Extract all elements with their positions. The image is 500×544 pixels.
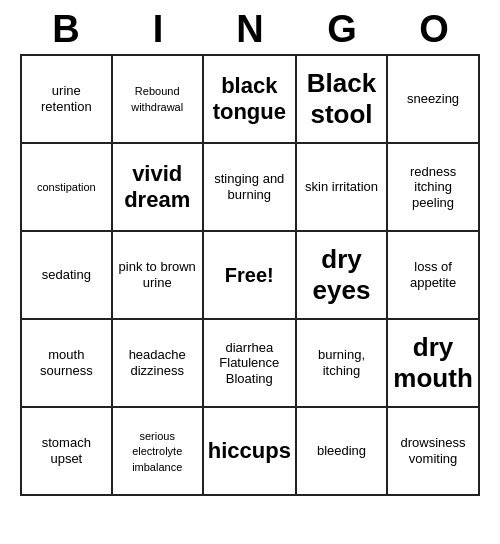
table-row: sedatingpink to brown urineFree!dry eyes… [21, 231, 479, 319]
cell-text: sneezing [407, 91, 459, 106]
bingo-cell: stomach upset [21, 407, 112, 495]
cell-text: pink to brown urine [119, 259, 196, 290]
bingo-cell: sneezing [387, 55, 479, 143]
bingo-cell: diarrhea Flatulence Bloating [203, 319, 296, 407]
cell-text: skin irritation [305, 179, 378, 194]
bingo-cell: constipation [21, 143, 112, 231]
bingo-cell: dry eyes [296, 231, 387, 319]
header-letter: B [26, 8, 106, 51]
cell-text: diarrhea Flatulence Bloating [219, 340, 279, 386]
cell-text: redness itching peeling [410, 164, 456, 210]
bingo-cell: vivid dream [112, 143, 203, 231]
table-row: stomach upsetserious electrolyte imbalan… [21, 407, 479, 495]
cell-text: drowsiness vomiting [401, 435, 466, 466]
cell-text: Rebound withdrawal [131, 85, 183, 113]
cell-text: dry eyes [313, 244, 371, 305]
bingo-table: urine retentionRebound withdrawalblack t… [20, 55, 480, 496]
cell-text: constipation [37, 181, 96, 193]
cell-text: stomach upset [42, 435, 91, 466]
header-letter: O [394, 8, 474, 51]
bingo-cell: sedating [21, 231, 112, 319]
table-row: urine retentionRebound withdrawalblack t… [21, 55, 479, 143]
bingo-cell: pink to brown urine [112, 231, 203, 319]
cell-text: stinging and burning [214, 171, 284, 202]
cell-text: vivid dream [124, 161, 190, 212]
cell-text: mouth sourness [40, 347, 93, 378]
bingo-cell: redness itching peeling [387, 143, 479, 231]
bingo-cell: black tongue [203, 55, 296, 143]
header-letter: I [118, 8, 198, 51]
bingo-cell: burning, itching [296, 319, 387, 407]
cell-text: urine retention [41, 83, 92, 114]
bingo-cell: dry mouth [387, 319, 479, 407]
cell-text: black tongue [213, 73, 286, 124]
bingo-cell: drowsiness vomiting [387, 407, 479, 495]
bingo-cell: urine retention [21, 55, 112, 143]
bingo-cell: mouth sourness [21, 319, 112, 407]
header-letter: N [210, 8, 290, 51]
bingo-cell: skin irritation [296, 143, 387, 231]
bingo-cell: serious electrolyte imbalance [112, 407, 203, 495]
bingo-cell: stinging and burning [203, 143, 296, 231]
cell-text: burning, itching [318, 347, 365, 378]
bingo-header: BINGO [20, 0, 480, 55]
cell-text: sedating [42, 267, 91, 282]
bingo-cell: Rebound withdrawal [112, 55, 203, 143]
bingo-cell: Free! [203, 231, 296, 319]
cell-text: loss of appetite [410, 259, 456, 290]
bingo-cell: Black stool [296, 55, 387, 143]
cell-text: serious electrolyte imbalance [132, 430, 182, 473]
bingo-cell: loss of appetite [387, 231, 479, 319]
cell-text: dry mouth [393, 332, 472, 393]
header-letter: G [302, 8, 382, 51]
cell-text: hiccups [208, 438, 291, 463]
cell-text: headache dizziness [129, 347, 186, 378]
cell-text: Black stool [307, 68, 376, 129]
bingo-cell: bleeding [296, 407, 387, 495]
table-row: mouth sournessheadache dizzinessdiarrhea… [21, 319, 479, 407]
table-row: constipationvivid dreamstinging and burn… [21, 143, 479, 231]
bingo-cell: hiccups [203, 407, 296, 495]
bingo-cell: headache dizziness [112, 319, 203, 407]
cell-text: Free! [225, 264, 274, 286]
cell-text: bleeding [317, 443, 366, 458]
